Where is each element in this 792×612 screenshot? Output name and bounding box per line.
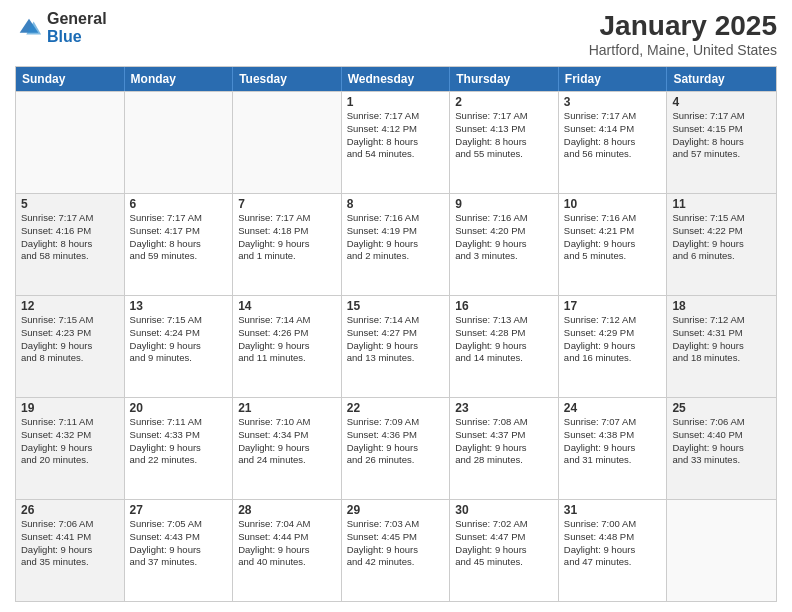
day-number: 14 [238, 299, 336, 313]
day-info: Sunrise: 7:15 AM Sunset: 4:23 PM Dayligh… [21, 314, 119, 365]
day-info: Sunrise: 7:04 AM Sunset: 4:44 PM Dayligh… [238, 518, 336, 569]
calendar-cell: 2Sunrise: 7:17 AM Sunset: 4:13 PM Daylig… [450, 92, 559, 193]
day-number: 26 [21, 503, 119, 517]
calendar-cell: 22Sunrise: 7:09 AM Sunset: 4:36 PM Dayli… [342, 398, 451, 499]
day-info: Sunrise: 7:13 AM Sunset: 4:28 PM Dayligh… [455, 314, 553, 365]
day-number: 13 [130, 299, 228, 313]
day-info: Sunrise: 7:03 AM Sunset: 4:45 PM Dayligh… [347, 518, 445, 569]
header-day-wednesday: Wednesday [342, 67, 451, 91]
day-number: 9 [455, 197, 553, 211]
day-number: 10 [564, 197, 662, 211]
calendar-row-1: 5Sunrise: 7:17 AM Sunset: 4:16 PM Daylig… [16, 193, 776, 295]
day-number: 31 [564, 503, 662, 517]
day-info: Sunrise: 7:15 AM Sunset: 4:24 PM Dayligh… [130, 314, 228, 365]
day-number: 21 [238, 401, 336, 415]
calendar-cell: 8Sunrise: 7:16 AM Sunset: 4:19 PM Daylig… [342, 194, 451, 295]
day-info: Sunrise: 7:16 AM Sunset: 4:20 PM Dayligh… [455, 212, 553, 263]
calendar-cell: 18Sunrise: 7:12 AM Sunset: 4:31 PM Dayli… [667, 296, 776, 397]
calendar-header: SundayMondayTuesdayWednesdayThursdayFrid… [16, 67, 776, 91]
calendar-cell: 10Sunrise: 7:16 AM Sunset: 4:21 PM Dayli… [559, 194, 668, 295]
day-number: 8 [347, 197, 445, 211]
day-info: Sunrise: 7:17 AM Sunset: 4:12 PM Dayligh… [347, 110, 445, 161]
calendar-cell [233, 92, 342, 193]
calendar-cell: 3Sunrise: 7:17 AM Sunset: 4:14 PM Daylig… [559, 92, 668, 193]
header-day-monday: Monday [125, 67, 234, 91]
calendar-cell: 28Sunrise: 7:04 AM Sunset: 4:44 PM Dayli… [233, 500, 342, 601]
day-info: Sunrise: 7:16 AM Sunset: 4:21 PM Dayligh… [564, 212, 662, 263]
day-number: 5 [21, 197, 119, 211]
calendar-cell: 4Sunrise: 7:17 AM Sunset: 4:15 PM Daylig… [667, 92, 776, 193]
day-number: 4 [672, 95, 771, 109]
day-info: Sunrise: 7:14 AM Sunset: 4:26 PM Dayligh… [238, 314, 336, 365]
day-number: 28 [238, 503, 336, 517]
logo-blue-text: Blue [47, 28, 107, 46]
calendar-cell [667, 500, 776, 601]
day-number: 6 [130, 197, 228, 211]
logo-text: General Blue [47, 10, 107, 45]
day-info: Sunrise: 7:11 AM Sunset: 4:32 PM Dayligh… [21, 416, 119, 467]
calendar-cell: 19Sunrise: 7:11 AM Sunset: 4:32 PM Dayli… [16, 398, 125, 499]
day-number: 17 [564, 299, 662, 313]
day-info: Sunrise: 7:02 AM Sunset: 4:47 PM Dayligh… [455, 518, 553, 569]
day-number: 1 [347, 95, 445, 109]
logo: General Blue [15, 10, 107, 45]
day-info: Sunrise: 7:14 AM Sunset: 4:27 PM Dayligh… [347, 314, 445, 365]
calendar-row-4: 26Sunrise: 7:06 AM Sunset: 4:41 PM Dayli… [16, 499, 776, 601]
calendar-cell: 9Sunrise: 7:16 AM Sunset: 4:20 PM Daylig… [450, 194, 559, 295]
header-day-thursday: Thursday [450, 67, 559, 91]
calendar-cell [125, 92, 234, 193]
calendar-cell: 30Sunrise: 7:02 AM Sunset: 4:47 PM Dayli… [450, 500, 559, 601]
day-number: 3 [564, 95, 662, 109]
day-number: 11 [672, 197, 771, 211]
calendar-cell: 31Sunrise: 7:00 AM Sunset: 4:48 PM Dayli… [559, 500, 668, 601]
day-number: 22 [347, 401, 445, 415]
calendar-cell: 11Sunrise: 7:15 AM Sunset: 4:22 PM Dayli… [667, 194, 776, 295]
day-info: Sunrise: 7:17 AM Sunset: 4:17 PM Dayligh… [130, 212, 228, 263]
day-info: Sunrise: 7:09 AM Sunset: 4:36 PM Dayligh… [347, 416, 445, 467]
calendar-cell: 25Sunrise: 7:06 AM Sunset: 4:40 PM Dayli… [667, 398, 776, 499]
day-info: Sunrise: 7:17 AM Sunset: 4:14 PM Dayligh… [564, 110, 662, 161]
day-info: Sunrise: 7:17 AM Sunset: 4:16 PM Dayligh… [21, 212, 119, 263]
title-area: January 2025 Hartford, Maine, United Sta… [589, 10, 777, 58]
day-info: Sunrise: 7:12 AM Sunset: 4:29 PM Dayligh… [564, 314, 662, 365]
page-header: General Blue January 2025 Hartford, Main… [15, 10, 777, 58]
calendar-cell: 23Sunrise: 7:08 AM Sunset: 4:37 PM Dayli… [450, 398, 559, 499]
calendar-cell: 14Sunrise: 7:14 AM Sunset: 4:26 PM Dayli… [233, 296, 342, 397]
calendar-cell: 16Sunrise: 7:13 AM Sunset: 4:28 PM Dayli… [450, 296, 559, 397]
day-number: 19 [21, 401, 119, 415]
day-number: 15 [347, 299, 445, 313]
day-info: Sunrise: 7:00 AM Sunset: 4:48 PM Dayligh… [564, 518, 662, 569]
day-number: 16 [455, 299, 553, 313]
header-day-saturday: Saturday [667, 67, 776, 91]
calendar-cell: 5Sunrise: 7:17 AM Sunset: 4:16 PM Daylig… [16, 194, 125, 295]
calendar-cell: 15Sunrise: 7:14 AM Sunset: 4:27 PM Dayli… [342, 296, 451, 397]
day-number: 29 [347, 503, 445, 517]
calendar-cell: 24Sunrise: 7:07 AM Sunset: 4:38 PM Dayli… [559, 398, 668, 499]
day-info: Sunrise: 7:15 AM Sunset: 4:22 PM Dayligh… [672, 212, 771, 263]
calendar-container: General Blue January 2025 Hartford, Main… [0, 0, 792, 612]
calendar-cell: 13Sunrise: 7:15 AM Sunset: 4:24 PM Dayli… [125, 296, 234, 397]
day-info: Sunrise: 7:17 AM Sunset: 4:18 PM Dayligh… [238, 212, 336, 263]
day-info: Sunrise: 7:12 AM Sunset: 4:31 PM Dayligh… [672, 314, 771, 365]
day-number: 2 [455, 95, 553, 109]
day-info: Sunrise: 7:08 AM Sunset: 4:37 PM Dayligh… [455, 416, 553, 467]
calendar-row-0: 1Sunrise: 7:17 AM Sunset: 4:12 PM Daylig… [16, 91, 776, 193]
day-number: 30 [455, 503, 553, 517]
calendar-cell: 7Sunrise: 7:17 AM Sunset: 4:18 PM Daylig… [233, 194, 342, 295]
calendar-body: 1Sunrise: 7:17 AM Sunset: 4:12 PM Daylig… [16, 91, 776, 601]
day-info: Sunrise: 7:05 AM Sunset: 4:43 PM Dayligh… [130, 518, 228, 569]
calendar-cell: 21Sunrise: 7:10 AM Sunset: 4:34 PM Dayli… [233, 398, 342, 499]
calendar-cell: 17Sunrise: 7:12 AM Sunset: 4:29 PM Dayli… [559, 296, 668, 397]
day-info: Sunrise: 7:16 AM Sunset: 4:19 PM Dayligh… [347, 212, 445, 263]
day-info: Sunrise: 7:17 AM Sunset: 4:13 PM Dayligh… [455, 110, 553, 161]
day-number: 25 [672, 401, 771, 415]
calendar-cell: 12Sunrise: 7:15 AM Sunset: 4:23 PM Dayli… [16, 296, 125, 397]
day-number: 23 [455, 401, 553, 415]
day-info: Sunrise: 7:10 AM Sunset: 4:34 PM Dayligh… [238, 416, 336, 467]
logo-icon [15, 14, 43, 42]
calendar-cell: 26Sunrise: 7:06 AM Sunset: 4:41 PM Dayli… [16, 500, 125, 601]
day-info: Sunrise: 7:07 AM Sunset: 4:38 PM Dayligh… [564, 416, 662, 467]
calendar: SundayMondayTuesdayWednesdayThursdayFrid… [15, 66, 777, 602]
calendar-row-2: 12Sunrise: 7:15 AM Sunset: 4:23 PM Dayli… [16, 295, 776, 397]
calendar-cell: 20Sunrise: 7:11 AM Sunset: 4:33 PM Dayli… [125, 398, 234, 499]
